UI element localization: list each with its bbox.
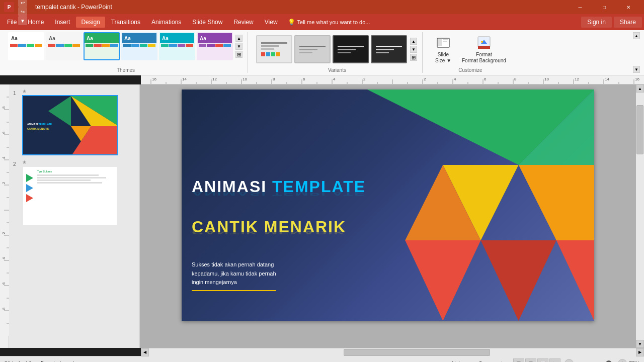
slide-item-1[interactable]: 1 ★: [13, 88, 135, 155]
zoom-thumb[interactable]: [606, 360, 612, 363]
notes-button[interactable]: Notes: [448, 359, 470, 363]
thumb1-title: ANIMASI TEMPLATE CANTIK MENARIK: [27, 122, 52, 131]
themes-scroll-down[interactable]: ▼: [235, 43, 243, 50]
vscroll-thumb[interactable]: [636, 105, 643, 154]
svg-rect-1: [438, 39, 442, 46]
ribbon-scroll-controls: ▲ ▼: [633, 32, 640, 73]
undo-icon[interactable]: ↩: [18, 0, 27, 7]
help-text: Tell me what you want to do...: [297, 19, 370, 25]
slideshow-icon[interactable]: ▶: [549, 358, 560, 363]
help-area: 💡 Tell me what you want to do...: [288, 19, 370, 26]
svg-marker-18: [556, 240, 594, 321]
reading-view-icon[interactable]: 📖: [537, 358, 548, 363]
zoom-out-button[interactable]: −: [565, 359, 574, 363]
variants-scroll-down[interactable]: ▼: [410, 46, 417, 53]
themes-group: Aa Aa: [4, 32, 248, 73]
minimize-button[interactable]: ─: [569, 0, 592, 14]
horizontal-ruler: [141, 75, 644, 84]
ribbon-scroll-up[interactable]: ▲: [633, 32, 640, 39]
variant-1[interactable]: [256, 35, 292, 63]
vscroll-down-button[interactable]: ▼: [636, 340, 644, 348]
variant-3[interactable]: [333, 35, 369, 63]
main-area: 1 ★: [0, 84, 644, 348]
slide-canvas[interactable]: ANIMASI TEMPLATE ANIMASI TEMPLATE CANTIK…: [182, 89, 594, 321]
slide-thumbnail-1[interactable]: ANIMASI TEMPLATE CANTIK MENARIK: [22, 95, 118, 155]
slide-size-label: SlideSize ▼: [435, 52, 451, 64]
menu-transitions[interactable]: Transitions: [106, 17, 145, 28]
variant-2[interactable]: [294, 35, 331, 63]
zoom-level[interactable]: 75%: [629, 360, 640, 363]
themes-scroll-more[interactable]: ⊞: [235, 51, 243, 58]
slide-size-icon: [435, 35, 451, 51]
ribbon-scroll-down[interactable]: ▼: [633, 66, 640, 73]
menu-home[interactable]: Home: [23, 17, 49, 28]
titlebar: P 💾 ↩ ↪ ▼ tempalet cantik - PowerPoint ─…: [0, 0, 644, 14]
app-icon: P: [4, 2, 14, 12]
normal-view-icon[interactable]: ▣: [513, 358, 524, 363]
canvas-area: ANIMASI TEMPLATE ANIMASI TEMPLATE CANTIK…: [140, 84, 636, 348]
svg-rect-6: [478, 46, 490, 49]
window-title: tempalet cantik - PowerPoint: [35, 4, 112, 11]
svg-marker-17: [481, 240, 556, 321]
themes-scroll: ▲ ▼ ⊞: [235, 35, 243, 58]
variant-4[interactable]: [371, 35, 407, 63]
menu-insert[interactable]: Insert: [50, 17, 75, 28]
zoom-in-button[interactable]: +: [618, 359, 627, 363]
format-background-icon: [476, 35, 492, 51]
menu-animations[interactable]: Animations: [146, 17, 186, 28]
accessibility-icon: ⚑: [40, 360, 45, 363]
theme-4[interactable]: Aa: [121, 32, 157, 60]
menu-file[interactable]: File: [2, 17, 22, 28]
theme-3[interactable]: Aa: [84, 32, 120, 60]
theme-6[interactable]: Aa: [197, 32, 233, 60]
theme-1[interactable]: Aa: [8, 32, 44, 60]
variants-group: ▲ ▼ ⊞ Variants: [252, 32, 423, 73]
close-button[interactable]: ✕: [617, 0, 640, 14]
redo-icon[interactable]: ↪: [18, 7, 27, 16]
slide-subtitle-reflection: CANTIK MENARIK: [192, 229, 346, 235]
slide-number-1: 1: [13, 88, 19, 96]
hscroll-thumb[interactable]: [344, 349, 490, 356]
theme-5[interactable]: Aa: [159, 32, 195, 60]
vertical-scrollbar: ▲ ▼: [636, 84, 644, 348]
menu-design[interactable]: Design: [76, 17, 105, 28]
themes-scroll-up[interactable]: ▲: [235, 35, 243, 42]
menubar: File Home Insert Design Transitions Anim…: [0, 14, 644, 30]
comments-button[interactable]: Comments: [474, 359, 509, 363]
sign-in-button[interactable]: Sign in: [581, 17, 612, 28]
menu-slideshow[interactable]: Slide Show: [187, 17, 227, 28]
vscroll-up-button[interactable]: ▲: [636, 84, 644, 93]
format-background-button[interactable]: FormatFormat Background: [458, 33, 510, 66]
svg-marker-16: [405, 240, 480, 321]
hscroll-track: [149, 348, 636, 356]
customize-label: Customize: [458, 67, 482, 73]
slide-size-button[interactable]: SlideSize ▼: [431, 33, 456, 66]
slide-thumbnail-2[interactable]: Tips Sukses: [22, 166, 118, 226]
ribbon: Aa Aa: [0, 30, 644, 75]
variants-items: ▲ ▼ ⊞: [256, 32, 418, 66]
language-indicator[interactable]: Indonesian: [53, 360, 80, 363]
view-icons: ▣ ⊞ 📖 ▶: [513, 358, 560, 363]
hscroll-right-button[interactable]: ▶: [636, 348, 644, 356]
format-background-label: FormatFormat Background: [462, 52, 506, 64]
variants-scroll-up[interactable]: ▲: [410, 38, 417, 45]
slide-sorter-icon[interactable]: ⊞: [525, 358, 536, 363]
svg-marker-11: [48, 96, 71, 126]
statusbar: Slide 1 of 2 ⚑ Indonesian Notes Comments…: [0, 356, 644, 362]
accessibility-area: ⚑: [40, 360, 45, 363]
slide-title-reflection: ANIMASI TEMPLATE: [192, 190, 366, 197]
vertical-ruler: [0, 84, 9, 348]
menu-review[interactable]: Review: [228, 17, 258, 28]
menu-view[interactable]: View: [260, 17, 283, 28]
hscroll-left-button[interactable]: ◀: [141, 348, 149, 356]
slide-item-2[interactable]: 2 ★ Tips Sukses: [13, 159, 135, 226]
slide-1-content: ANIMASI TEMPLATE ANIMASI TEMPLATE CANTIK…: [182, 89, 594, 321]
maximize-button[interactable]: □: [593, 0, 616, 14]
variants-scroll-more[interactable]: ⊞: [410, 54, 417, 61]
themes-label: Themes: [117, 67, 135, 73]
themes-items: Aa Aa: [8, 32, 244, 66]
slide-info: Slide 1 of 2: [4, 360, 32, 363]
horizontal-scrollbar: ◀ ▶: [141, 348, 644, 356]
theme-2[interactable]: Aa: [46, 32, 82, 60]
share-button[interactable]: Share: [614, 17, 642, 28]
